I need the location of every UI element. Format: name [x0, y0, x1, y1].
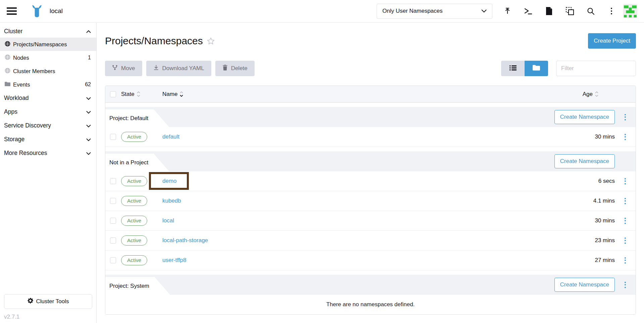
sidebar-item-label: Cluster Members: [13, 68, 55, 74]
cluster-tools-button[interactable]: Cluster Tools: [4, 294, 92, 309]
sidebar-section-apps[interactable]: Apps: [0, 105, 96, 119]
move-icon: [112, 65, 118, 72]
column-header-state[interactable]: State: [121, 91, 135, 98]
sidebar-section-label: Workload: [4, 95, 29, 102]
chevron-down-icon: [86, 95, 91, 102]
row-kebab-menu-icon[interactable]: [623, 216, 628, 226]
row-checkbox[interactable]: [110, 134, 116, 140]
namespace-link[interactable]: default: [162, 133, 179, 140]
main-content: Projects/Namespaces Create Project Move …: [97, 23, 644, 323]
sidebar-section-workload[interactable]: Workload: [0, 91, 96, 105]
top-icon-group: [497, 4, 622, 19]
row-kebab-menu-icon[interactable]: [623, 176, 628, 186]
rancher-logo-icon[interactable]: [30, 4, 44, 18]
folder-icon: [5, 82, 10, 88]
group-label: Project: Default: [105, 109, 169, 127]
sort-icon-active[interactable]: [179, 91, 183, 97]
sidebar-section-cluster[interactable]: Cluster: [0, 25, 96, 38]
create-namespace-button[interactable]: Create Namespace: [554, 278, 615, 292]
download-icon: [153, 65, 159, 72]
namespace-link[interactable]: kubedb: [162, 198, 181, 204]
table-row-local-path-storage: Active local-path-storage 23 mins: [105, 231, 636, 251]
sidebar-item-nodes[interactable]: Nodes 1: [0, 51, 96, 64]
age-value: 23 mins: [595, 237, 615, 244]
move-button[interactable]: Move: [105, 61, 142, 76]
globe-icon: [5, 41, 10, 48]
download-yaml-button[interactable]: Download YAML: [146, 61, 211, 76]
sidebar-section-service-discovery[interactable]: Service Discovery: [0, 119, 96, 132]
sidebar-item-events[interactable]: Events 62: [0, 78, 96, 91]
user-avatar-identicon[interactable]: [623, 4, 637, 18]
kebab-menu-icon[interactable]: [601, 4, 622, 19]
namespace-link[interactable]: local: [162, 217, 174, 224]
group-row-project-system: Project: System Create Namespace: [105, 275, 636, 295]
namespace-link[interactable]: demo: [162, 178, 177, 184]
table-row-default: Active default 30 mins: [105, 127, 636, 147]
grouped-view-toggle[interactable]: [525, 61, 548, 76]
status-badge: Active: [121, 216, 147, 226]
row-kebab-menu-icon[interactable]: [623, 196, 628, 206]
status-badge: Active: [121, 235, 147, 246]
row-checkbox[interactable]: [110, 237, 116, 244]
age-value: 30 mins: [595, 133, 615, 140]
table-header-row: State Name Age: [105, 86, 636, 103]
sidebar-section-storage[interactable]: Storage: [0, 132, 96, 146]
group-kebab-menu-icon[interactable]: [623, 112, 628, 122]
file-icon[interactable]: [539, 4, 559, 19]
sidebar-section-label: Storage: [4, 136, 24, 143]
namespace-filter-dropdown[interactable]: Only User Namespaces: [377, 4, 492, 19]
import-yaml-icon[interactable]: [559, 4, 580, 19]
globe-icon: [5, 54, 10, 61]
sidebar-section-more-resources[interactable]: More Resources: [0, 146, 96, 160]
create-namespace-button[interactable]: Create Namespace: [554, 110, 615, 124]
namespace-filter-value: Only User Namespaces: [382, 8, 443, 14]
age-value: 30 mins: [595, 217, 615, 224]
group-kebab-menu-icon[interactable]: [623, 280, 628, 290]
create-project-button[interactable]: Create Project: [588, 33, 636, 49]
table-row-kubedb: Active kubedb 4.1 mins: [105, 191, 636, 211]
favorite-star-icon[interactable]: [207, 37, 215, 45]
table-row-local: Active local 30 mins: [105, 211, 636, 231]
list-icon: [509, 65, 517, 72]
hamburger-menu-icon[interactable]: [7, 7, 17, 15]
kubectl-shell-icon[interactable]: [518, 4, 539, 19]
namespace-link[interactable]: local-path-storage: [162, 237, 208, 244]
row-checkbox[interactable]: [110, 178, 116, 184]
namespace-link[interactable]: user-tffp8: [162, 257, 186, 264]
column-header-name[interactable]: Name: [162, 91, 177, 98]
table-row-demo: Active demo 6 secs: [105, 171, 636, 191]
gear-icon: [28, 298, 33, 305]
row-checkbox[interactable]: [110, 218, 116, 224]
delete-button[interactable]: Delete: [215, 61, 255, 76]
page-header: Projects/Namespaces Create Project: [105, 33, 636, 49]
column-header-age[interactable]: Age: [583, 91, 593, 98]
bulk-actions-row: Move Download YAML Delete: [105, 61, 636, 76]
sort-icon[interactable]: [595, 91, 599, 97]
search-icon[interactable]: [580, 4, 601, 19]
row-kebab-menu-icon[interactable]: [623, 235, 628, 246]
status-badge: Active: [121, 196, 147, 206]
row-kebab-menu-icon[interactable]: [623, 255, 628, 266]
sidebar-item-label: Nodes: [13, 55, 29, 61]
filter-input[interactable]: [556, 61, 636, 76]
status-badge: Active: [121, 176, 147, 186]
row-kebab-menu-icon[interactable]: [623, 132, 628, 142]
select-all-checkbox[interactable]: [110, 91, 116, 97]
row-checkbox[interactable]: [110, 257, 116, 263]
globe-icon: [5, 68, 10, 75]
list-view-toggle[interactable]: [501, 61, 525, 76]
sidebar-section-label: Service Discovery: [4, 122, 51, 129]
group-row-project-default: Project: Default Create Namespace: [105, 107, 636, 127]
sidebar-item-projects-namespaces[interactable]: Projects/Namespaces: [0, 38, 96, 51]
sort-icon[interactable]: [137, 91, 141, 97]
row-checkbox[interactable]: [110, 198, 116, 204]
create-namespace-button[interactable]: Create Namespace: [554, 154, 615, 168]
item-count-badge: 62: [85, 82, 91, 88]
delete-label: Delete: [231, 65, 248, 72]
sidebar-section-label: Apps: [4, 108, 17, 115]
cluster-tools-label: Cluster Tools: [36, 298, 69, 305]
group-row-not-in-project: Not in a Project Create Namespace: [105, 151, 636, 171]
sidebar-item-cluster-members[interactable]: Cluster Members: [0, 64, 96, 78]
upload-icon[interactable]: [497, 4, 518, 19]
trash-icon: [222, 65, 228, 72]
